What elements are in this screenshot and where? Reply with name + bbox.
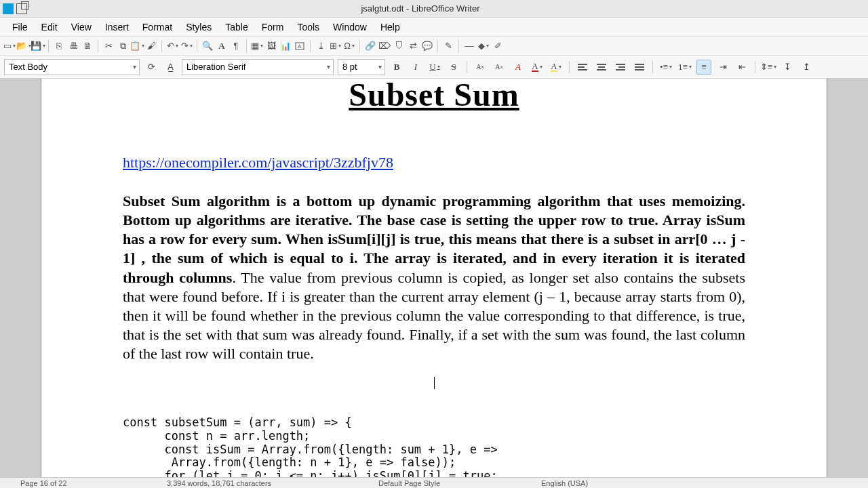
justify-button[interactable] xyxy=(632,60,647,75)
bookmark-button[interactable]: ⛉ xyxy=(393,41,404,52)
line-button[interactable]: ― xyxy=(464,41,475,52)
menu-file[interactable]: File xyxy=(5,20,35,35)
paragraph-style-combo[interactable]: Text Body ▾ xyxy=(4,59,140,75)
draw-button[interactable]: ✐ xyxy=(492,41,503,52)
print-button[interactable]: 🖶 xyxy=(68,41,79,52)
page-break-button[interactable]: ⤓ xyxy=(315,41,326,52)
redo-button[interactable]: ↷ xyxy=(181,41,192,52)
font-color-button[interactable]: A xyxy=(530,60,545,75)
print-preview-button[interactable]: 🗎 xyxy=(82,41,93,52)
strike-button[interactable]: S xyxy=(446,60,461,75)
font-size-combo[interactable]: 8 pt ▾ xyxy=(338,59,385,75)
align-left-button[interactable] xyxy=(575,60,590,75)
number-list-button[interactable]: 1≡ xyxy=(677,60,692,75)
line-spacing-button[interactable]: ⇕≡ xyxy=(761,60,776,75)
increase-spacing-button[interactable]: ↧ xyxy=(780,60,795,75)
formatting-marks-button[interactable]: ¶ xyxy=(231,41,241,52)
status-wordcount[interactable]: 3,394 words, 18,761 characters xyxy=(167,479,271,487)
menu-view[interactable]: View xyxy=(64,20,98,35)
menu-styles[interactable]: Styles xyxy=(179,20,218,35)
menu-window[interactable]: Window xyxy=(326,20,374,35)
menubar: File Edit View Insert Format Styles Tabl… xyxy=(0,18,868,37)
new-style-button[interactable]: A̲ xyxy=(163,60,178,75)
comment-button[interactable]: 💬 xyxy=(422,41,433,52)
underline-button[interactable]: U xyxy=(427,60,442,75)
bullet-list-button[interactable]: •≡ xyxy=(658,60,673,75)
insert-chart-button[interactable]: 📊 xyxy=(280,41,291,52)
save-button[interactable]: 💾 xyxy=(33,41,43,52)
copy-button[interactable]: ⧉ xyxy=(117,41,128,52)
align-center-button[interactable] xyxy=(594,60,609,75)
export-pdf-button[interactable]: ⎘ xyxy=(54,41,64,52)
text-cursor xyxy=(434,377,435,389)
superscript-button[interactable]: Ax xyxy=(473,60,488,75)
font-name-value: Liberation Serif xyxy=(186,62,245,72)
menu-tools[interactable]: Tools xyxy=(290,20,326,35)
document-page[interactable]: Subset Sum https://onecompiler.com/javas… xyxy=(41,79,827,488)
cut-button[interactable]: ✂ xyxy=(103,41,114,52)
increase-indent-button[interactable]: ⇥ xyxy=(715,60,730,75)
insert-image-button[interactable]: 🖼 xyxy=(266,41,277,52)
hyperlink-button[interactable]: 🔗 xyxy=(365,41,376,52)
spellcheck-button[interactable]: A xyxy=(216,41,227,52)
menu-table[interactable]: Table xyxy=(218,20,254,35)
doc-hyperlink[interactable]: https://onecompiler.com/javascript/3zzbf… xyxy=(123,154,745,171)
paragraph-style-value: Text Body xyxy=(9,62,47,72)
document-workspace[interactable]: Subset Sum https://onecompiler.com/javas… xyxy=(0,79,868,488)
align-right-button[interactable] xyxy=(613,60,628,75)
doc-heading: Subset Sum xyxy=(123,79,745,113)
decrease-spacing-button[interactable]: ↥ xyxy=(799,60,814,75)
restore-icon[interactable] xyxy=(16,3,27,14)
special-char-button[interactable]: Ω xyxy=(344,41,355,52)
window-title: jsalgtut.odt - LibreOffice Writer xyxy=(27,3,814,14)
insert-table-button[interactable]: ▦ xyxy=(252,41,262,52)
status-pagestyle[interactable]: Default Page Style xyxy=(378,479,440,487)
clear-formatting-button[interactable]: A xyxy=(511,60,526,75)
new-doc-button[interactable]: ▭ xyxy=(4,41,15,52)
find-button[interactable]: 🔍 xyxy=(202,41,213,52)
track-changes-button[interactable]: ✎ xyxy=(443,41,454,52)
menu-insert[interactable]: Insert xyxy=(98,20,136,35)
highlight-button[interactable]: A xyxy=(549,60,564,75)
font-size-value: 8 pt xyxy=(342,62,357,72)
menu-help[interactable]: Help xyxy=(374,20,407,35)
status-bar: Page 16 of 22 3,394 words, 18,761 charac… xyxy=(0,477,868,488)
formatting-toolbar: Text Body ▾ ⟳ A̲ Liberation Serif ▾ 8 pt… xyxy=(0,56,868,79)
subscript-button[interactable]: Ax xyxy=(492,60,507,75)
crossref-button[interactable]: ⇄ xyxy=(408,41,418,52)
menu-form[interactable]: Form xyxy=(255,20,291,35)
update-style-button[interactable]: ⟳ xyxy=(144,60,159,75)
italic-button[interactable]: I xyxy=(408,60,423,75)
font-name-combo[interactable]: Liberation Serif ▾ xyxy=(182,59,334,75)
menu-format[interactable]: Format xyxy=(136,20,179,35)
app-icon xyxy=(3,3,14,14)
bold-button[interactable]: B xyxy=(389,60,404,75)
footnote-button[interactable]: ⌦ xyxy=(379,41,390,52)
field-button[interactable]: ⊞ xyxy=(330,41,340,52)
undo-button[interactable]: ↶ xyxy=(167,41,178,52)
insert-textbox-button[interactable]: A xyxy=(294,41,305,52)
outline-button[interactable]: ≡ xyxy=(696,60,711,75)
shapes-button[interactable]: ◆ xyxy=(478,41,489,52)
status-language[interactable]: English (USA) xyxy=(541,479,588,487)
decrease-indent-button[interactable]: ⇤ xyxy=(734,60,749,75)
paste-button[interactable]: 📋 xyxy=(132,41,142,52)
menu-edit[interactable]: Edit xyxy=(35,20,64,35)
svg-text:A: A xyxy=(298,43,302,49)
doc-paragraph: Subset Sum algorithm is a bottom up dyna… xyxy=(123,192,745,363)
open-button[interactable]: 📂 xyxy=(18,41,29,52)
standard-toolbar: ▭ 📂 💾 ⎘ 🖶 🗎 ✂ ⧉ 📋 🖌 ↶ ↷ 🔍 A ¶ ▦ 🖼 📊 A ⤓ … xyxy=(0,37,868,56)
window-titlebar: jsalgtut.odt - LibreOffice Writer xyxy=(0,0,868,18)
clone-formatting-button[interactable]: 🖌 xyxy=(146,41,157,52)
status-page[interactable]: Page 16 of 22 xyxy=(0,479,67,487)
